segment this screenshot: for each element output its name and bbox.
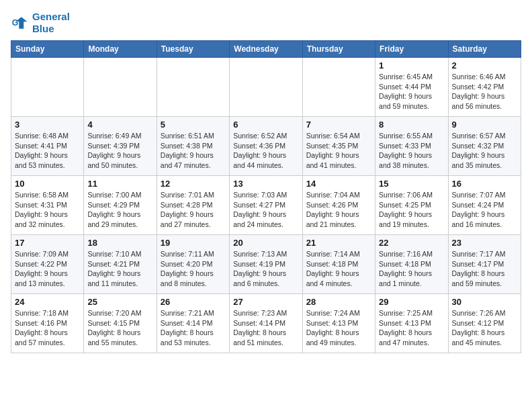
day-cell: 10Sunrise: 6:58 AM Sunset: 4:31 PM Dayli… <box>11 176 84 235</box>
day-cell: 1Sunrise: 6:45 AM Sunset: 4:44 PM Daylig… <box>375 58 448 117</box>
day-cell: 7Sunrise: 6:54 AM Sunset: 4:35 PM Daylig… <box>302 117 375 176</box>
day-cell <box>84 58 157 117</box>
day-number: 18 <box>87 238 152 248</box>
day-number: 19 <box>161 238 226 248</box>
day-cell: 21Sunrise: 7:14 AM Sunset: 4:18 PM Dayli… <box>302 235 375 294</box>
day-cell: 2Sunrise: 6:46 AM Sunset: 4:42 PM Daylig… <box>448 58 521 117</box>
day-number: 7 <box>306 120 371 130</box>
day-cell <box>157 58 229 117</box>
day-cell: 23Sunrise: 7:17 AM Sunset: 4:17 PM Dayli… <box>448 235 521 294</box>
day-info: Sunrise: 7:09 AM Sunset: 4:22 PM Dayligh… <box>15 249 80 289</box>
day-cell: 30Sunrise: 7:26 AM Sunset: 4:12 PM Dayli… <box>448 294 521 353</box>
day-cell: 18Sunrise: 7:10 AM Sunset: 4:21 PM Dayli… <box>84 235 157 294</box>
day-info: Sunrise: 7:24 AM Sunset: 4:13 PM Dayligh… <box>306 308 371 348</box>
day-cell: 19Sunrise: 7:11 AM Sunset: 4:20 PM Dayli… <box>157 235 229 294</box>
day-info: Sunrise: 7:16 AM Sunset: 4:18 PM Dayligh… <box>379 249 444 289</box>
day-cell: 4Sunrise: 6:49 AM Sunset: 4:39 PM Daylig… <box>84 117 157 176</box>
day-info: Sunrise: 6:46 AM Sunset: 4:42 PM Dayligh… <box>452 72 517 111</box>
day-info: Sunrise: 7:20 AM Sunset: 4:15 PM Dayligh… <box>87 308 152 348</box>
header-wednesday: Wednesday <box>230 41 302 58</box>
day-cell: 3Sunrise: 6:48 AM Sunset: 4:41 PM Daylig… <box>11 117 84 176</box>
day-info: Sunrise: 6:45 AM Sunset: 4:44 PM Dayligh… <box>379 72 444 111</box>
day-cell: 22Sunrise: 7:16 AM Sunset: 4:18 PM Dayli… <box>375 235 448 294</box>
day-cell: 17Sunrise: 7:09 AM Sunset: 4:22 PM Dayli… <box>11 235 84 294</box>
day-number: 9 <box>452 120 517 130</box>
day-number: 5 <box>161 120 226 130</box>
svg-text:G: G <box>12 18 19 28</box>
day-number: 11 <box>87 179 152 189</box>
day-number: 20 <box>233 238 298 248</box>
header-sunday: Sunday <box>11 41 84 58</box>
day-number: 12 <box>161 179 226 189</box>
day-info: Sunrise: 6:57 AM Sunset: 4:32 PM Dayligh… <box>452 131 517 171</box>
day-cell: 8Sunrise: 6:55 AM Sunset: 4:33 PM Daylig… <box>375 117 448 176</box>
day-number: 27 <box>233 297 298 307</box>
day-cell: 11Sunrise: 7:00 AM Sunset: 4:29 PM Dayli… <box>84 176 157 235</box>
day-cell: 12Sunrise: 7:01 AM Sunset: 4:28 PM Dayli… <box>157 176 229 235</box>
day-info: Sunrise: 7:01 AM Sunset: 4:28 PM Dayligh… <box>161 190 226 230</box>
day-number: 26 <box>161 297 226 307</box>
header-thursday: Thursday <box>302 41 375 58</box>
day-number: 16 <box>452 179 517 189</box>
day-number: 22 <box>379 238 444 248</box>
day-info: Sunrise: 7:04 AM Sunset: 4:26 PM Dayligh… <box>306 190 371 230</box>
day-info: Sunrise: 7:00 AM Sunset: 4:29 PM Dayligh… <box>87 190 152 230</box>
day-cell: 5Sunrise: 6:51 AM Sunset: 4:38 PM Daylig… <box>157 117 229 176</box>
week-row-4: 24Sunrise: 7:18 AM Sunset: 4:16 PM Dayli… <box>11 294 521 353</box>
calendar-table: SundayMondayTuesdayWednesdayThursdayFrid… <box>11 40 521 353</box>
day-cell: 24Sunrise: 7:18 AM Sunset: 4:16 PM Dayli… <box>11 294 84 353</box>
day-number: 23 <box>452 238 517 248</box>
day-cell: 6Sunrise: 6:52 AM Sunset: 4:36 PM Daylig… <box>230 117 302 176</box>
day-number: 29 <box>379 297 444 307</box>
day-number: 14 <box>306 179 371 189</box>
day-number: 30 <box>452 297 517 307</box>
day-cell <box>11 58 84 117</box>
day-info: Sunrise: 7:06 AM Sunset: 4:25 PM Dayligh… <box>379 190 444 230</box>
day-number: 25 <box>87 297 152 307</box>
day-number: 1 <box>379 60 444 71</box>
day-info: Sunrise: 7:11 AM Sunset: 4:20 PM Dayligh… <box>161 249 226 289</box>
day-number: 15 <box>379 179 444 189</box>
day-cell: 20Sunrise: 7:13 AM Sunset: 4:19 PM Dayli… <box>230 235 302 294</box>
day-info: Sunrise: 6:49 AM Sunset: 4:39 PM Dayligh… <box>87 131 152 171</box>
day-cell: 25Sunrise: 7:20 AM Sunset: 4:15 PM Dayli… <box>84 294 157 353</box>
day-info: Sunrise: 6:48 AM Sunset: 4:41 PM Dayligh… <box>15 131 80 171</box>
day-number: 24 <box>15 297 80 307</box>
day-number: 17 <box>15 238 80 248</box>
day-info: Sunrise: 7:10 AM Sunset: 4:21 PM Dayligh… <box>87 249 152 289</box>
logo: G General Blue <box>11 11 70 35</box>
day-number: 4 <box>87 120 152 130</box>
day-number: 28 <box>306 297 371 307</box>
header: G General Blue <box>11 11 521 35</box>
day-cell: 13Sunrise: 7:03 AM Sunset: 4:27 PM Dayli… <box>230 176 302 235</box>
day-cell: 16Sunrise: 7:07 AM Sunset: 4:24 PM Dayli… <box>448 176 521 235</box>
header-tuesday: Tuesday <box>157 41 229 58</box>
day-cell: 27Sunrise: 7:23 AM Sunset: 4:14 PM Dayli… <box>230 294 302 353</box>
day-info: Sunrise: 6:51 AM Sunset: 4:38 PM Dayligh… <box>161 131 226 171</box>
header-saturday: Saturday <box>448 41 521 58</box>
day-info: Sunrise: 6:58 AM Sunset: 4:31 PM Dayligh… <box>15 190 80 230</box>
day-number: 21 <box>306 238 371 248</box>
day-number: 3 <box>15 120 80 130</box>
day-cell: 28Sunrise: 7:24 AM Sunset: 4:13 PM Dayli… <box>302 294 375 353</box>
day-info: Sunrise: 7:17 AM Sunset: 4:17 PM Dayligh… <box>452 249 517 289</box>
day-info: Sunrise: 6:55 AM Sunset: 4:33 PM Dayligh… <box>379 131 444 171</box>
header-monday: Monday <box>84 41 157 58</box>
day-info: Sunrise: 7:14 AM Sunset: 4:18 PM Dayligh… <box>306 249 371 289</box>
day-cell: 9Sunrise: 6:57 AM Sunset: 4:32 PM Daylig… <box>448 117 521 176</box>
day-cell <box>302 58 375 117</box>
day-info: Sunrise: 7:03 AM Sunset: 4:27 PM Dayligh… <box>233 190 298 230</box>
day-cell <box>230 58 302 117</box>
week-row-2: 10Sunrise: 6:58 AM Sunset: 4:31 PM Dayli… <box>11 176 521 235</box>
day-info: Sunrise: 6:54 AM Sunset: 4:35 PM Dayligh… <box>306 131 371 171</box>
day-info: Sunrise: 7:13 AM Sunset: 4:19 PM Dayligh… <box>233 249 298 289</box>
day-number: 2 <box>452 60 517 71</box>
day-info: Sunrise: 7:18 AM Sunset: 4:16 PM Dayligh… <box>15 308 80 348</box>
day-number: 8 <box>379 120 444 130</box>
day-info: Sunrise: 7:23 AM Sunset: 4:14 PM Dayligh… <box>233 308 298 348</box>
day-info: Sunrise: 7:07 AM Sunset: 4:24 PM Dayligh… <box>452 190 517 230</box>
day-number: 10 <box>15 179 80 189</box>
day-info: Sunrise: 6:52 AM Sunset: 4:36 PM Dayligh… <box>233 131 298 171</box>
week-row-1: 3Sunrise: 6:48 AM Sunset: 4:41 PM Daylig… <box>11 117 521 176</box>
day-cell: 14Sunrise: 7:04 AM Sunset: 4:26 PM Dayli… <box>302 176 375 235</box>
